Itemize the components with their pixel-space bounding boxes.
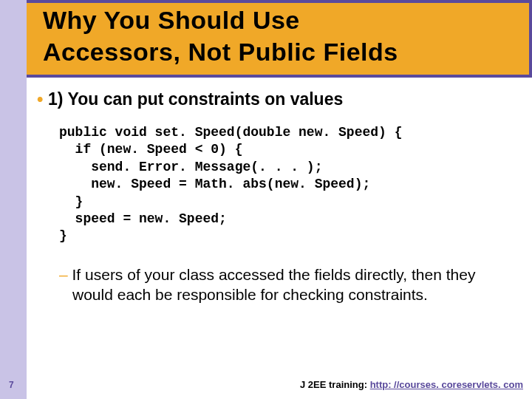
slide-content: 1) You can put constraints on values pub… bbox=[37, 89, 510, 304]
footer-text: J 2EE training: bbox=[300, 379, 370, 390]
left-accent-bar bbox=[0, 0, 27, 399]
bullet-sub: If users of your class accessed the fiel… bbox=[59, 265, 510, 305]
title-line-2: Accessors, Not Public Fields bbox=[43, 38, 398, 66]
footer-link[interactable]: http: //courses. coreservlets. com bbox=[370, 379, 523, 390]
bullet-main: 1) You can put constraints on values bbox=[37, 89, 510, 109]
code-block: public void set. Speed(double new. Speed… bbox=[59, 124, 510, 245]
title-line-1: Why You Should Use bbox=[43, 6, 300, 34]
slide-title: Why You Should Use Accessors, Not Public… bbox=[43, 4, 398, 67]
page-number: 7 bbox=[9, 380, 14, 390]
footer: J 2EE training: http: //courses. coreser… bbox=[300, 379, 523, 390]
